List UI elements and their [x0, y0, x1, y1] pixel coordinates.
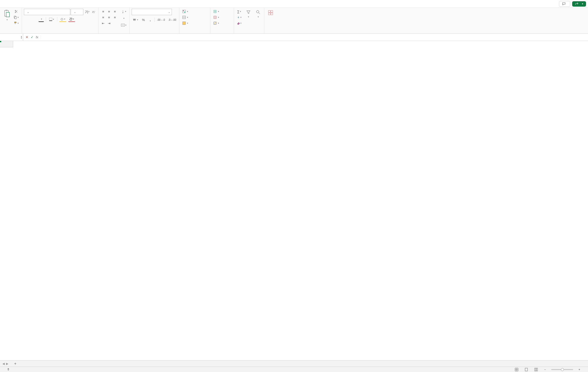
delete-cells-button[interactable]: ▾	[212, 15, 232, 20]
font-name-select[interactable]: ⌄	[24, 9, 70, 15]
sort-filter-button[interactable]: ▾	[244, 9, 252, 19]
align-top-right[interactable]: ≡	[112, 9, 117, 14]
sheet-nav-next[interactable]: ▶	[6, 362, 8, 365]
italic-button[interactable]	[31, 17, 37, 22]
clipboard-icon	[3, 10, 10, 18]
svg-rect-1	[6, 10, 8, 11]
ribbon-group-editing: ∑▾ ▾ ▾ ▾ ▾	[234, 8, 264, 33]
align-mid-right[interactable]: ≡	[112, 15, 117, 20]
table-format-button[interactable]: ▾	[181, 15, 208, 20]
zoom-in-button[interactable]: +	[578, 368, 581, 371]
ribbon-group-alignment: ≡ ≡ ≡ ≡ ≡ ≡ ⇤ ⇥ ⭭▾ ▾ ▾	[98, 8, 130, 33]
status-bar: − +	[0, 367, 588, 372]
addins-icon	[268, 10, 273, 16]
find-select-button[interactable]: ▾	[254, 9, 262, 19]
group-label	[236, 32, 262, 33]
bold-button[interactable]	[24, 17, 29, 22]
memo-button[interactable]	[559, 1, 570, 7]
view-normal-button[interactable]	[514, 368, 519, 371]
currency-button[interactable]: ₩▾	[132, 17, 139, 22]
share-button[interactable]: ▾	[572, 1, 586, 7]
spreadsheet[interactable]	[0, 41, 588, 360]
svg-rect-7	[49, 18, 52, 21]
copy-button[interactable]: ▾	[13, 15, 20, 20]
svg-line-25	[259, 13, 260, 14]
comma-button[interactable]: ,	[147, 17, 153, 22]
fill-down-icon	[237, 16, 240, 19]
svg-rect-17	[183, 22, 186, 25]
cancel-edit-button[interactable]: ✕	[26, 35, 28, 39]
spinner-icon[interactable]: ▲▼	[21, 36, 22, 39]
group-label	[2, 32, 20, 33]
format-painter-button[interactable]: ▾	[13, 21, 20, 26]
ribbon-group-addins	[264, 8, 277, 33]
cond-format-icon	[182, 10, 186, 13]
pagebreak-icon	[534, 368, 538, 371]
font-size-select[interactable]: ⌄	[71, 9, 83, 15]
number-format-select[interactable]: ⌄	[132, 9, 172, 15]
svg-rect-2	[6, 12, 9, 17]
view-pagebreak-button[interactable]	[533, 368, 539, 371]
group-label	[266, 32, 275, 33]
align-top-center[interactable]: ≡	[106, 9, 112, 14]
insert-cells-button[interactable]: ▾	[212, 9, 232, 14]
addins-button[interactable]	[266, 9, 275, 17]
bucket-icon	[60, 18, 64, 21]
svg-rect-11	[183, 10, 186, 13]
border-button[interactable]: ▾	[48, 17, 55, 22]
clear-button[interactable]: ▾	[236, 21, 242, 26]
ribbon-group-font: ⌄ ⌄ 가^ 가ˇ ▾ ▾ ▾ 간▾	[22, 8, 98, 33]
accessibility-status[interactable]	[7, 368, 10, 371]
cell-style-icon	[182, 21, 186, 25]
search-icon	[256, 10, 261, 15]
svg-rect-36	[536, 368, 537, 371]
underline-button[interactable]: ▾	[39, 17, 44, 22]
zoom-out-button[interactable]: −	[543, 368, 547, 371]
merge-button[interactable]: ▾	[120, 22, 127, 28]
orientation-button[interactable]: ⭭▾	[120, 9, 127, 14]
wrap-text-button[interactable]: ▾	[120, 16, 127, 21]
percent-button[interactable]: %	[141, 17, 146, 22]
group-label	[181, 32, 208, 33]
indent-increase[interactable]: ⇥	[106, 21, 112, 26]
group-label	[212, 32, 232, 33]
align-mid-left[interactable]: ≡	[100, 15, 106, 20]
decrease-font-button[interactable]: 가ˇ	[91, 9, 96, 15]
group-label	[24, 32, 96, 33]
increase-font-button[interactable]: 가^	[84, 9, 90, 15]
autosum-button[interactable]: ∑▾	[236, 9, 242, 14]
paste-button[interactable]: ▾	[2, 9, 12, 22]
ribbon: ▾ ▾ ▾ ⌄ ⌄ 가^ 가ˇ ▾ ▾	[0, 8, 588, 34]
decrease-decimal-button[interactable]: .0→.00	[167, 17, 177, 22]
indent-decrease[interactable]: ⇤	[100, 21, 106, 26]
font-color-button[interactable]: 간▾	[68, 17, 75, 22]
cut-button[interactable]	[13, 9, 20, 14]
svg-point-30	[8, 368, 9, 369]
increase-decimal-button[interactable]: .00→.0	[156, 17, 166, 22]
comment-icon	[562, 2, 566, 6]
border-icon	[49, 18, 52, 21]
a11y-icon	[7, 368, 10, 371]
fill-color-button[interactable]: ▾	[59, 17, 66, 22]
svg-rect-13	[184, 12, 185, 12]
zoom-slider[interactable]	[551, 369, 573, 370]
formula-bar: ▲▼ ✕ ✓ fx	[0, 34, 588, 41]
scissors-icon	[15, 10, 18, 13]
fx-button[interactable]: fx	[36, 35, 38, 39]
align-mid-center[interactable]: ≡	[106, 15, 112, 20]
conditional-format-button[interactable]: ▾	[181, 9, 208, 14]
select-all-corner[interactable]	[0, 41, 13, 47]
view-layout-button[interactable]	[524, 368, 529, 371]
merge-icon	[121, 24, 125, 27]
confirm-edit-button[interactable]: ✓	[31, 35, 33, 39]
group-label	[132, 32, 177, 33]
delete-icon	[213, 16, 217, 19]
svg-rect-12	[183, 11, 184, 11]
add-sheet-button[interactable]: +	[11, 361, 20, 366]
sheet-nav-prev[interactable]: ◀	[2, 362, 5, 365]
fill-button[interactable]: ▾	[236, 15, 242, 20]
align-top-left[interactable]: ≡	[100, 9, 106, 14]
name-box[interactable]: ▲▼	[0, 34, 23, 41]
cell-styles-button[interactable]: ▾	[181, 21, 208, 26]
format-cells-button[interactable]: ▾	[212, 21, 232, 26]
